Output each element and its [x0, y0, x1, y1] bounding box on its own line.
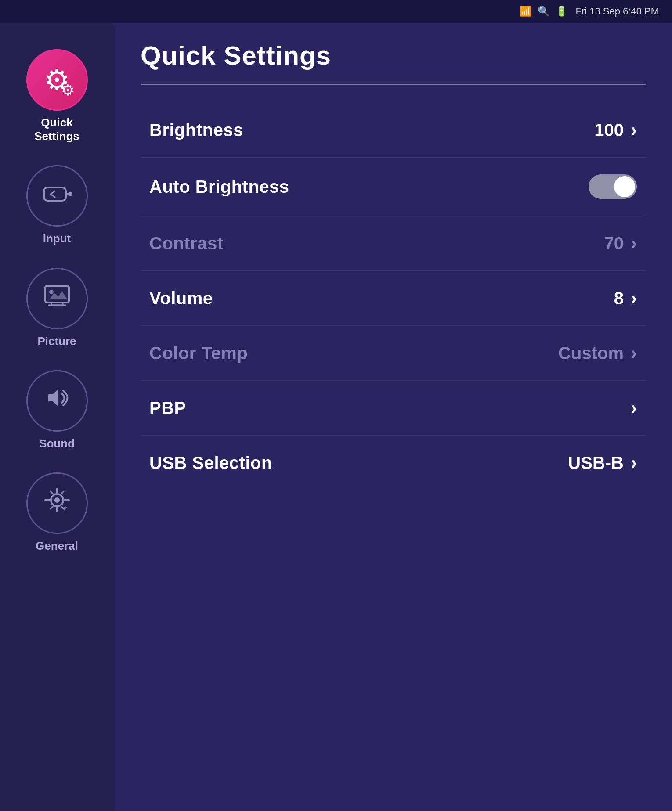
color-temp-label: Color Temp	[149, 343, 248, 363]
svg-rect-2	[45, 286, 69, 303]
volume-value: 8 ›	[614, 288, 637, 309]
settings-row-volume[interactable]: Volume 8 ›	[141, 271, 646, 326]
sound-icon	[42, 385, 72, 417]
general-icon	[42, 485, 72, 521]
settings-row-color-temp[interactable]: Color Temp Custom ›	[141, 326, 646, 381]
wifi-icon: 📶	[520, 6, 531, 17]
sidebar-label-input: Input	[43, 232, 71, 245]
usb-selection-chevron: ›	[631, 452, 637, 473]
page-title: Quick Settings	[141, 40, 646, 71]
input-icon	[42, 181, 72, 211]
brightness-value: 100 ›	[594, 119, 637, 141]
brightness-number: 100	[594, 120, 624, 140]
svg-rect-0	[44, 187, 66, 201]
settings-list: Brightness 100 › Auto Brightness Contras…	[141, 103, 646, 490]
taskbar-time: Fri 13 Sep 6:40 PM	[575, 6, 659, 17]
usb-selection-value: USB-B ›	[568, 452, 637, 473]
auto-brightness-toggle[interactable]	[589, 174, 637, 199]
sidebar-label-sound: Sound	[39, 437, 75, 451]
brightness-label: Brightness	[149, 120, 243, 140]
sidebar-item-general[interactable]: General	[0, 459, 114, 562]
gear-sub-icon: ⚙	[61, 81, 74, 99]
settings-row-usb-selection[interactable]: USB Selection USB-B ›	[141, 436, 646, 490]
usb-selection-text: USB-B	[568, 453, 624, 473]
pbp-value: ›	[628, 397, 637, 418]
sidebar-icon-sound	[26, 370, 88, 432]
sidebar-icon-input	[26, 165, 88, 227]
sidebar-icon-quick-settings: ⚙ ⚙	[26, 49, 88, 111]
pbp-label: PBP	[149, 398, 186, 418]
settings-row-auto-brightness[interactable]: Auto Brightness	[141, 158, 646, 216]
auto-brightness-value	[589, 174, 637, 199]
sidebar-item-picture[interactable]: Picture	[0, 255, 114, 357]
settings-row-contrast[interactable]: Contrast 70 ›	[141, 216, 646, 271]
search-icon[interactable]: 🔍	[538, 6, 549, 17]
sidebar-icon-picture	[26, 268, 88, 329]
sidebar-label-general: General	[36, 539, 78, 553]
svg-point-1	[68, 192, 72, 196]
toggle-knob	[614, 176, 635, 197]
contrast-value: 70 ›	[604, 233, 637, 254]
title-divider	[141, 84, 646, 85]
picture-icon	[42, 282, 72, 314]
color-temp-value: Custom ›	[558, 342, 637, 364]
contrast-label: Contrast	[149, 234, 223, 253]
color-temp-chevron: ›	[631, 342, 637, 364]
sidebar-icon-general	[26, 472, 88, 534]
sidebar-item-quick-settings[interactable]: ⚙ ⚙ QuickSettings	[0, 36, 114, 152]
svg-point-5	[49, 290, 54, 294]
volume-chevron: ›	[631, 288, 637, 309]
auto-brightness-label: Auto Brightness	[149, 177, 289, 197]
volume-label: Volume	[149, 288, 213, 308]
svg-point-7	[54, 497, 60, 503]
sidebar-item-input[interactable]: Input	[0, 152, 114, 254]
sidebar-label-picture: Picture	[37, 335, 76, 348]
sidebar: ⚙ ⚙ QuickSettings Input	[0, 23, 114, 811]
sidebar-item-sound[interactable]: Sound	[0, 357, 114, 459]
taskbar: 📶 🔍 🔋 Fri 13 Sep 6:40 PM	[0, 0, 672, 23]
taskbar-icons: 📶 🔍 🔋	[520, 6, 567, 17]
brightness-chevron: ›	[631, 119, 637, 141]
battery-icon: 🔋	[556, 6, 567, 17]
content-area: Quick Settings Brightness 100 › Auto Bri…	[114, 23, 672, 811]
color-temp-text: Custom	[558, 343, 624, 363]
contrast-chevron: ›	[631, 233, 637, 254]
pbp-chevron: ›	[631, 397, 637, 418]
contrast-number: 70	[604, 234, 624, 253]
sidebar-label-quick-settings: QuickSettings	[34, 116, 79, 143]
settings-row-pbp[interactable]: PBP ›	[141, 381, 646, 436]
settings-row-brightness[interactable]: Brightness 100 ›	[141, 103, 646, 158]
main-layout: ⚙ ⚙ QuickSettings Input	[0, 23, 672, 811]
gear-badge: ⚙ ⚙	[44, 63, 70, 97]
volume-number: 8	[614, 288, 624, 308]
usb-selection-label: USB Selection	[149, 453, 272, 473]
